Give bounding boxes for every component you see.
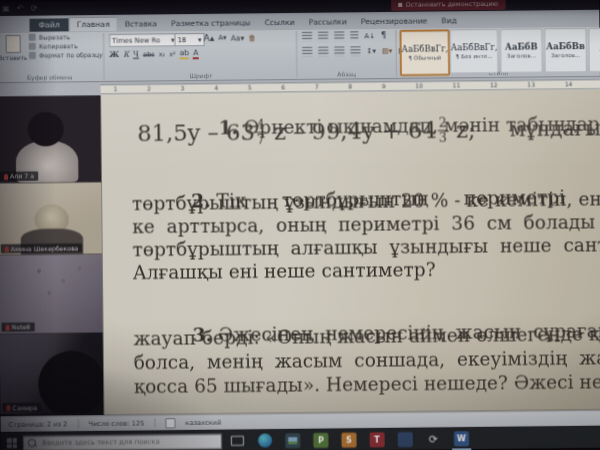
wall-texture	[29, 262, 90, 303]
group-separator	[103, 33, 104, 79]
bullets-icon[interactable]	[302, 32, 312, 41]
shading-icon[interactable]: ▨▾	[382, 47, 392, 55]
copy-label: Копировать	[39, 42, 78, 49]
tab-insert[interactable]: Вставка	[118, 17, 165, 31]
blue-app-icon[interactable]	[398, 431, 413, 446]
participant-name-badge: Самира	[2, 403, 41, 412]
tab-file[interactable]: Файл	[29, 18, 68, 31]
redo-icon[interactable]: ⟳	[31, 4, 38, 13]
muted-mic-icon	[6, 404, 10, 410]
orange-app-icon[interactable]: S	[341, 432, 356, 447]
format-painter-label: Формат по образцу	[39, 51, 103, 59]
sort-icon[interactable]: А↓	[364, 32, 375, 40]
undo-icon[interactable]: ↶	[17, 4, 24, 13]
word-count[interactable]: Число слов: 125	[88, 419, 144, 428]
tab-home[interactable]: Главная	[69, 17, 118, 32]
change-case-button[interactable]: Aa▾	[231, 33, 245, 42]
subscript-button[interactable]: x₂	[159, 50, 166, 58]
italic-button[interactable]: К	[123, 50, 129, 59]
paste-button[interactable]: Вставить	[0, 35, 26, 79]
participant-video[interactable]: Самира	[0, 333, 104, 414]
task-view-icon[interactable]	[230, 433, 245, 448]
save-icon[interactable]: ▣	[2, 4, 10, 13]
style-no-spacing[interactable]: АаБбВвГг, ¶ Без инте...	[450, 29, 499, 74]
figure-head	[27, 112, 64, 147]
screen: ▣ ↶ ⟳ Остановить демонстрацию Файл Главн…	[0, 0, 600, 450]
muted-mic-icon	[4, 173, 8, 179]
chevron-down-icon: ▾	[198, 36, 202, 44]
copy-button[interactable]: Копировать	[29, 42, 101, 50]
highlight-color-button[interactable]: ab	[180, 48, 190, 59]
photos-icon[interactable]	[285, 433, 300, 448]
pilcrow-icon[interactable]: ¶	[381, 31, 386, 40]
underline-button[interactable]: Ч	[133, 50, 139, 59]
participant-name: Амина Шекербекова	[11, 244, 79, 252]
tab-mailings[interactable]: Рассылки	[302, 15, 354, 29]
participant-name: Note8	[12, 323, 31, 330]
edge-icon[interactable]	[258, 433, 272, 447]
taskbar-icons: P S T ⟳ W	[230, 431, 469, 449]
tab-view[interactable]: Вид	[434, 14, 464, 27]
language-indicator[interactable]: казахский	[185, 418, 221, 426]
green-app-icon[interactable]: P	[313, 432, 328, 447]
red-app-icon[interactable]: T	[370, 432, 385, 447]
participant-name: Самира	[12, 404, 37, 411]
muted-mic-icon	[6, 324, 10, 330]
tab-page-layout[interactable]: Разметка страницы	[164, 16, 257, 30]
style-heading1[interactable]: АаБбВ Заголов...	[500, 28, 543, 73]
align-center-icon[interactable]	[318, 47, 328, 56]
paragraph-row1: А↓ ¶	[302, 31, 386, 41]
participant-video[interactable]: Амина Шекербекова	[0, 182, 102, 255]
tab-review[interactable]: Рецензирование	[354, 15, 435, 29]
zoom-video-sidebar: Али 7 а Амина Шекербекова	[0, 95, 104, 416]
numbering-icon[interactable]	[318, 32, 328, 41]
style-heading2[interactable]: АаБбВв Заголов...	[544, 28, 587, 73]
line-spacing-icon[interactable]: ↕▾	[366, 47, 376, 55]
stop-sharing-button[interactable]: Остановить демонстрацию	[391, 0, 506, 11]
font-name-select[interactable]: Times New Ro▾	[109, 33, 177, 47]
tab-references[interactable]: Ссылки	[257, 16, 301, 30]
divider	[77, 419, 78, 428]
participant-name-badge: Note8	[2, 322, 35, 331]
strikethrough-button[interactable]: abc	[143, 50, 155, 58]
participant-video[interactable]: Note8	[0, 254, 103, 333]
format-painter-icon	[29, 52, 36, 59]
participant-video[interactable]: Али 7 а	[0, 95, 102, 183]
search-input[interactable]	[40, 436, 217, 448]
style-normal[interactable]: АаБбВвГг, ¶ Обычный	[399, 29, 450, 76]
superscript-button[interactable]: x²	[169, 50, 176, 58]
style-label: Заголов...	[551, 52, 580, 58]
taskbar-search[interactable]	[23, 433, 222, 450]
justify-icon[interactable]	[350, 46, 360, 55]
bold-button[interactable]: Ж	[109, 50, 119, 59]
style-title[interactable]: АаБ Название	[588, 27, 600, 72]
indent-icon[interactable]	[350, 31, 358, 40]
clipboard-buttons: Вырезать Копировать Формат по образцу	[29, 33, 102, 59]
font-format-buttons: Ж К Ч abc x₂ x² ab A	[109, 48, 198, 60]
cut-icon	[29, 34, 36, 41]
sync-icon[interactable]: ⟳	[426, 431, 441, 446]
align-right-icon[interactable]	[334, 47, 344, 56]
figure-silhouette	[38, 351, 104, 414]
muted-mic-icon	[5, 246, 9, 252]
start-button[interactable]	[1, 432, 23, 450]
group-separator	[296, 31, 297, 77]
font-size-select[interactable]: 18▾	[174, 33, 204, 46]
video-feed	[0, 333, 104, 414]
align-left-icon[interactable]	[302, 47, 312, 56]
format-painter-button[interactable]: Формат по образцу	[29, 51, 101, 59]
grow-font-button[interactable]: A▴	[204, 33, 215, 43]
document-page[interactable]: 1. Өрнекті ықшамдап, мәнін табыңдар. 81,…	[101, 90, 600, 415]
search-icon	[28, 439, 36, 447]
font-grow-shrink: A▴ A▾ Aa▾ 🗑	[204, 32, 256, 43]
paste-icon	[5, 35, 20, 53]
style-label: ¶ Обычный	[408, 54, 441, 60]
cut-button[interactable]: Вырезать	[29, 33, 101, 41]
word-icon[interactable]: W	[454, 431, 469, 446]
page-indicator[interactable]: Страница: 2 из 2	[9, 420, 68, 429]
shrink-font-button[interactable]: A▾	[218, 34, 226, 42]
multilevel-list-icon[interactable]	[334, 32, 344, 41]
clear-formatting-button[interactable]: 🗑	[248, 33, 256, 42]
spellcheck-icon[interactable]	[165, 418, 175, 428]
font-color-button[interactable]: A	[193, 48, 198, 59]
